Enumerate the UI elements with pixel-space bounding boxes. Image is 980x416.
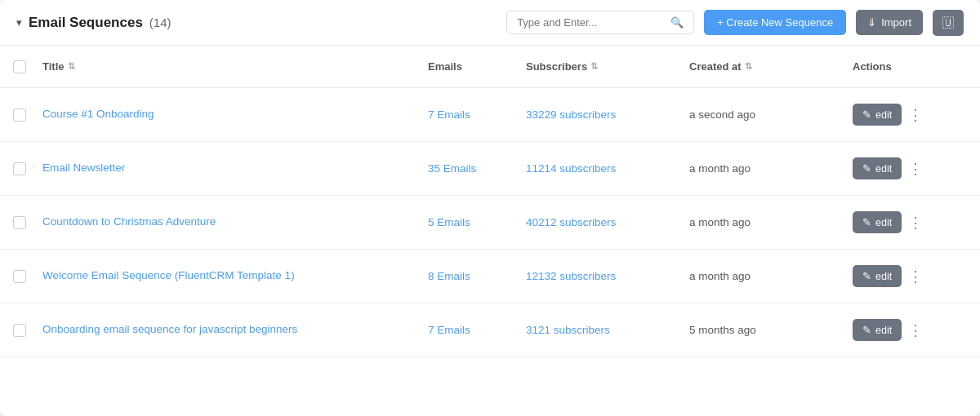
flag-button[interactable]: 🇺 [933,10,964,36]
import-label: Import [881,16,911,29]
col-emails: Emails [428,60,526,73]
app-container: ▾ Email Sequences (14) 🔍 + Create New Se… [0,0,980,416]
more-button-3[interactable]: ⋮ [906,266,924,287]
search-icon: 🔍 [670,16,684,29]
table-container: Title ⇅ Emails Subscribers ⇅ Created at … [0,46,980,357]
table-row: Email Newsletter 35 Emails 11214 subscri… [0,142,980,196]
row-actions-3: ✎ edit ⋮ [853,265,967,287]
row-subscribers-1: 11214 subscribers [526,162,689,175]
row-created-4: 5 months ago [689,324,853,336]
row-created-1: a month ago [689,162,853,175]
sequence-count: (14) [149,15,172,29]
row-title-4: Onboarding email sequence for javascript… [42,322,428,338]
row-emails-3: 8 Emails [428,270,526,282]
row-subscribers-0: 33229 subscribers [526,108,689,121]
edit-icon-0: ✎ [862,108,871,121]
edit-icon-1: ✎ [862,162,871,175]
col-title: Title ⇅ [42,60,428,73]
table-row: Welcome Email Sequence (FluentCRM Templa… [0,250,980,303]
table-row: Countdown to Christmas Adventure 5 Email… [0,196,980,250]
search-input[interactable] [517,16,664,29]
row-actions-2: ✎ edit ⋮ [853,211,967,233]
row-emails-2: 5 Emails [428,216,526,228]
header-title-area: ▾ Email Sequences (14) [16,15,172,31]
edit-icon-2: ✎ [862,216,871,228]
sequence-link-3[interactable]: Welcome Email Sequence (FluentCRM Templa… [42,269,295,281]
col-created-at: Created at ⇅ [689,60,853,73]
col-subscribers: Subscribers ⇅ [526,60,689,73]
table-row: Onboarding email sequence for javascript… [0,303,980,357]
row-checkbox-3[interactable] [13,270,26,283]
select-all-checkbox[interactable] [13,60,26,73]
import-button[interactable]: ⇓ Import [856,10,923,35]
row-emails-4: 7 Emails [428,324,526,336]
sequence-link-0[interactable]: Course #1 Onboarding [42,108,154,120]
row-created-2: a month ago [689,216,853,228]
row-actions-1: ✎ edit ⋮ [853,157,967,179]
edit-button-4[interactable]: ✎ edit [853,319,902,341]
more-button-2[interactable]: ⋮ [906,212,924,233]
sort-subscribers-icon[interactable]: ⇅ [590,61,598,72]
row-actions-4: ✎ edit ⋮ [853,319,967,341]
row-actions-0: ✎ edit ⋮ [853,104,967,126]
table-body: Course #1 Onboarding 7 Emails 33229 subs… [0,88,980,357]
edit-button-3[interactable]: ✎ edit [853,265,902,287]
row-created-0: a second ago [689,108,853,121]
table-row: Course #1 Onboarding 7 Emails 33229 subs… [0,88,980,142]
upload-icon: ⇓ [867,16,876,29]
row-emails-0: 7 Emails [428,108,526,121]
collapse-icon[interactable]: ▾ [16,16,22,29]
row-subscribers-2: 40212 subscribers [526,216,689,228]
edit-icon-3: ✎ [862,270,871,282]
edit-icon-4: ✎ [862,324,871,336]
row-checkbox-4[interactable] [13,324,26,337]
row-title-1: Email Newsletter [42,161,428,176]
col-actions: Actions [853,60,967,73]
sort-created-icon[interactable]: ⇅ [745,61,752,72]
page-title: Email Sequences [29,15,143,31]
edit-button-1[interactable]: ✎ edit [853,157,902,179]
search-box: 🔍 [506,11,694,34]
sequence-link-1[interactable]: Email Newsletter [42,162,125,174]
edit-button-0[interactable]: ✎ edit [853,104,902,126]
more-button-1[interactable]: ⋮ [906,158,924,179]
row-checkbox-0[interactable] [13,108,26,122]
row-subscribers-4: 3121 subscribers [526,324,689,336]
more-button-4[interactable]: ⋮ [906,320,924,341]
row-emails-1: 35 Emails [428,162,526,175]
row-checkbox-2[interactable] [13,216,26,229]
row-title-0: Course #1 Onboarding [42,107,428,122]
row-checkbox-1[interactable] [13,162,26,175]
table-header: Title ⇅ Emails Subscribers ⇅ Created at … [0,46,980,88]
sequence-link-2[interactable]: Countdown to Christmas Adventure [42,215,216,228]
sort-title-icon[interactable]: ⇅ [68,61,75,72]
row-created-3: a month ago [689,270,853,282]
row-subscribers-3: 12132 subscribers [526,270,689,282]
sequence-link-4[interactable]: Onboarding email sequence for javascript… [42,323,297,335]
edit-button-2[interactable]: ✎ edit [853,211,902,233]
more-button-0[interactable]: ⋮ [906,104,924,126]
header: ▾ Email Sequences (14) 🔍 + Create New Se… [0,0,980,46]
row-title-3: Welcome Email Sequence (FluentCRM Templa… [42,268,428,284]
row-title-2: Countdown to Christmas Adventure [42,215,428,230]
create-sequence-button[interactable]: + Create New Sequence [704,10,846,35]
